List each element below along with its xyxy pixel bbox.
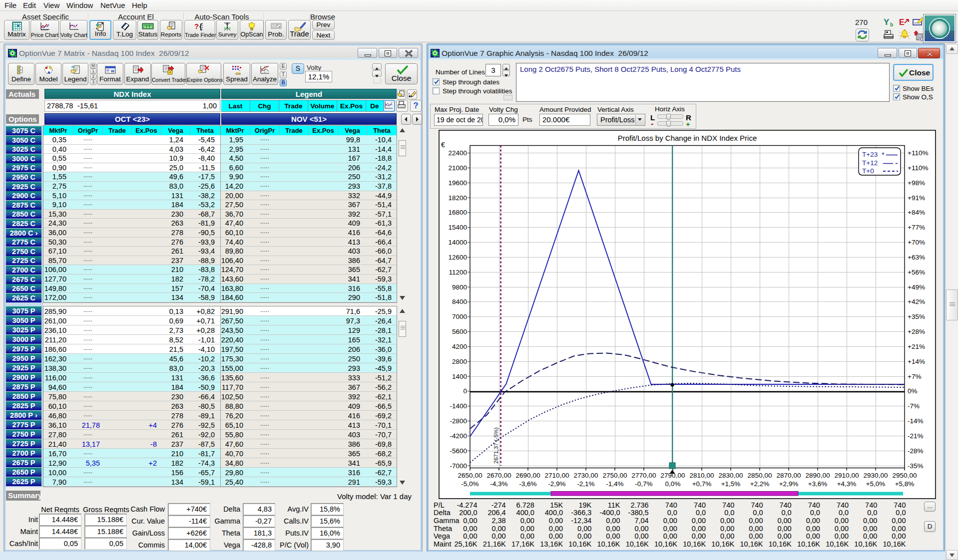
svg-text:7000: 7000: [452, 313, 467, 320]
svg-text:-2,1%: -2,1%: [577, 480, 594, 488]
svg-text:2650,00: 2650,00: [458, 472, 482, 479]
svg-text:+3,6%: +3,6%: [808, 480, 828, 488]
svg-text:2910,00: 2910,00: [835, 472, 859, 479]
svg-text:9800: 9800: [452, 283, 467, 291]
svg-text:-2800: -2800: [450, 417, 467, 425]
svg-text:-5600: -5600: [450, 447, 467, 455]
svg-text:Profit/Loss by Change in NDX I: Profit/Loss by Change in NDX Index Price: [618, 134, 757, 142]
svg-text:18200: 18200: [448, 194, 467, 202]
svg-text:2830,00: 2830,00: [719, 472, 743, 479]
svg-text:-1,4%: -1,4%: [606, 480, 623, 488]
svg-text:+91%: +91%: [908, 194, 925, 202]
svg-text:+7%: +7%: [908, 373, 921, 380]
svg-text:+21%: +21%: [908, 343, 925, 350]
svg-text:+42%: +42%: [908, 298, 925, 305]
svg-text:E: E: [899, 18, 905, 26]
svg-text:11200: 11200: [449, 269, 467, 276]
svg-text:+98%: +98%: [908, 179, 925, 187]
svg-text:€: €: [441, 141, 445, 149]
svg-text:-7%: -7%: [908, 402, 920, 410]
svg-text:-1400: -1400: [450, 402, 467, 410]
svg-text:-14%: -14%: [908, 417, 924, 425]
svg-text:2750,00: 2750,00: [603, 472, 627, 479]
svg-text:-3,6%: -3,6%: [519, 480, 536, 488]
svg-text:8400: 8400: [452, 298, 467, 305]
svg-text:2710,00: 2710,00: [545, 472, 569, 479]
svg-text:*: *: [882, 150, 885, 159]
svg-text:1400: 1400: [452, 373, 467, 380]
svg-text:+1,5%: +1,5%: [721, 480, 741, 488]
svg-text:$ $ $: $ $ $: [144, 25, 152, 29]
svg-text:2800: 2800: [452, 358, 467, 365]
svg-text:4200: 4200: [452, 343, 467, 350]
svg-text:14000: 14000: [448, 239, 467, 246]
svg-text:2870,00: 2870,00: [777, 472, 801, 479]
svg-text:2671,37 (-5%): 2671,37 (-5%): [493, 427, 499, 464]
svg-text:2770,00: 2770,00: [632, 472, 656, 479]
svg-text:12600: 12600: [448, 254, 467, 261]
svg-text:T+0: T+0: [862, 167, 874, 175]
svg-text:-5,0%: -5,0%: [461, 480, 479, 488]
svg-text:w: w: [110, 68, 115, 73]
svg-text:*: *: [266, 65, 268, 70]
svg-text:-28%: -28%: [908, 447, 924, 455]
svg-text:+77%: +77%: [908, 224, 925, 231]
svg-text:{: {: [199, 22, 202, 30]
svg-text:0,0%: 0,0%: [665, 480, 681, 488]
svg-text:+63%: +63%: [908, 254, 925, 261]
svg-text:2950,00: 2950,00: [893, 472, 917, 479]
svg-text:+56%: +56%: [908, 269, 925, 276]
svg-text:b: b: [890, 22, 893, 27]
svg-text:+2,9%: +2,9%: [779, 480, 799, 488]
svg-text:+14%: +14%: [908, 358, 925, 365]
svg-text:-4,3%: -4,3%: [490, 480, 507, 488]
svg-text:21000: 21000: [448, 164, 467, 172]
svg-text:+28%: +28%: [908, 328, 925, 335]
svg-text:2670,00: 2670,00: [487, 472, 511, 479]
svg-text:+2,2%: +2,2%: [750, 480, 770, 488]
svg-text:15400: 15400: [448, 224, 467, 231]
svg-text:2850,00: 2850,00: [748, 472, 772, 479]
svg-text:+110%: +110%: [908, 164, 928, 172]
svg-text:-2,9%: -2,9%: [548, 480, 565, 488]
svg-text:?: ?: [194, 22, 199, 30]
svg-text:-35%: -35%: [908, 462, 924, 470]
svg-text:2730,00: 2730,00: [574, 472, 598, 479]
svg-text:-0,7%: -0,7%: [635, 480, 652, 488]
svg-text:+49%: +49%: [908, 283, 925, 291]
svg-text:0: 0: [463, 387, 467, 395]
svg-text:-7000: -7000: [450, 462, 467, 470]
svg-text:+84%: +84%: [908, 209, 925, 216]
svg-text:T+12: T+12: [862, 159, 878, 167]
svg-text:+110%: +110%: [908, 149, 928, 157]
svg-text:+70%: +70%: [908, 239, 925, 246]
svg-text:2930,00: 2930,00: [864, 472, 888, 479]
svg-text:T+23: T+23: [862, 151, 878, 158]
svg-text:+0,7%: +0,7%: [692, 480, 712, 488]
svg-text:2810,00: 2810,00: [690, 472, 714, 479]
svg-text:+4,3%: +4,3%: [837, 480, 857, 488]
svg-text:19600: 19600: [448, 179, 467, 187]
svg-text:0%: 0%: [908, 387, 918, 395]
svg-text:+35%: +35%: [908, 313, 925, 320]
svg-text:2690,00: 2690,00: [516, 472, 540, 479]
svg-text:Y: Y: [884, 17, 890, 27]
svg-text:-4200: -4200: [450, 432, 467, 440]
svg-text:+5,8%: +5,8%: [895, 480, 915, 488]
svg-text:22400: 22400: [448, 149, 467, 157]
svg-text:16800: 16800: [448, 209, 467, 216]
svg-text:-21%: -21%: [908, 432, 924, 440]
svg-text:+5,0%: +5,0%: [866, 480, 886, 488]
svg-text:5600: 5600: [452, 328, 467, 335]
svg-text:2890,00: 2890,00: [806, 472, 830, 479]
